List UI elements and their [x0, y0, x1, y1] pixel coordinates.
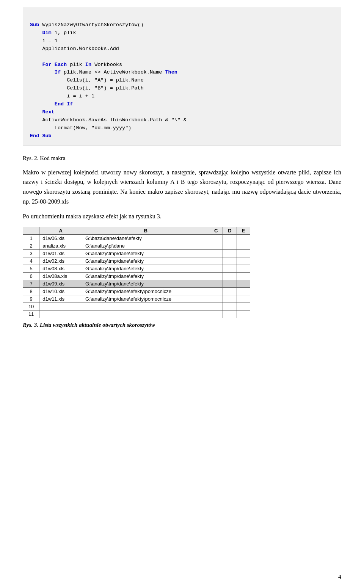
- code-line-11: Next: [42, 109, 54, 115]
- table-cell: d1w01.xls: [39, 249, 82, 257]
- table-cell: G:\analizy\tmp\dane\efekty\pomocnicze: [82, 295, 209, 303]
- table-row: 8d1w10.xlsG:\analizy\tmp\dane\efekty\pom…: [23, 287, 250, 295]
- code-line-3: i = 1: [42, 38, 58, 44]
- table-cell: 8: [23, 287, 39, 295]
- table-cell: [209, 272, 223, 280]
- table-cell: [237, 249, 250, 257]
- table-cell: d1w10.xls: [39, 287, 82, 295]
- table-cell: [223, 310, 237, 318]
- table-row: 9d1w11.xlsG:\analizy\tmp\dane\efekty\pom…: [23, 295, 250, 303]
- table-cell: [209, 249, 223, 257]
- table-row: 11: [23, 310, 250, 318]
- table-cell: [209, 295, 223, 303]
- table-cell: [223, 257, 237, 265]
- data-table: A B C D E 1d1w06.xlsG:\baza\dane\dane\ef…: [23, 227, 250, 318]
- table-row: 2analiza.xlsG:\analizy\pl\dane: [23, 242, 250, 249]
- table-cell: [237, 265, 250, 272]
- table-cell: G:\baza\dane\dane\efekty: [82, 234, 209, 242]
- code-line-7: Cells(i, "A") = plik.Name: [67, 77, 144, 83]
- table-cell: G:\analizy\pl\dane: [82, 242, 209, 249]
- table-row: 7d1w09.xlsG:\analizy\tmp\dane\efekty: [23, 280, 250, 287]
- table-row: 6d1w08a.xlsG:\analizy\tmp\dane\efekty: [23, 272, 250, 280]
- table-cell: [237, 295, 250, 303]
- table-cell: [82, 303, 209, 310]
- code-block: Sub WypiszNazwyOtwartychSkoroszytów() Di…: [23, 8, 341, 146]
- table-cell: 9: [23, 295, 39, 303]
- table-row: 4d1w02.xlsG:\analizy\tmp\dane\efekty: [23, 257, 250, 265]
- table-cell: [237, 257, 250, 265]
- table-cell: [237, 303, 250, 310]
- table-cell: 7: [23, 280, 39, 287]
- code-line-1: Sub WypiszNazwyOtwartychSkoroszytów(): [30, 22, 144, 28]
- table-cell: G:\analizy\tmp\dane\efekty: [82, 249, 209, 257]
- table-cell: d1w08.xls: [39, 265, 82, 272]
- table-cell: [223, 272, 237, 280]
- table-cell: G:\analizy\tmp\dane\efekty: [82, 265, 209, 272]
- table-cell: [223, 249, 237, 257]
- table-cell: [223, 280, 237, 287]
- table-cell: G:\analizy\tmp\dane\efekty: [82, 257, 209, 265]
- table-cell: d1w02.xls: [39, 257, 82, 265]
- table-cell: d1w09.xls: [39, 280, 82, 287]
- code-line-5: For Each plik In Workbooks: [42, 62, 122, 67]
- code-line-4: Application.Workbooks.Add: [42, 46, 119, 52]
- table-cell: [209, 303, 223, 310]
- table-cell: [39, 310, 82, 318]
- table-cell: G:\analizy\tmp\dane\efekty\pomocnicze: [82, 287, 209, 295]
- table-cell: 5: [23, 265, 39, 272]
- table-cell: [209, 287, 223, 295]
- page-number: 4: [338, 574, 341, 580]
- table-cell: 4: [23, 257, 39, 265]
- col-header-num: [23, 227, 39, 234]
- table-cell: [209, 242, 223, 249]
- table-cell: [237, 280, 250, 287]
- table-cell: G:\analizy\tmp\dane\efekty: [82, 272, 209, 280]
- table-cell: 1: [23, 234, 39, 242]
- table-cell: [223, 242, 237, 249]
- code-line-2: Dim i, plik: [42, 30, 76, 36]
- table-cell: [223, 287, 237, 295]
- code-line-14: End Sub: [30, 133, 52, 139]
- code-line-12: ActiveWorkbook.SaveAs ThisWorkbook.Path …: [42, 117, 193, 123]
- col-header-e: E: [237, 227, 250, 234]
- table-cell: [223, 303, 237, 310]
- code-line-9: i = i + 1: [67, 93, 94, 99]
- col-header-b: B: [82, 227, 209, 234]
- table-cell: [209, 310, 223, 318]
- col-header-c: C: [209, 227, 223, 234]
- table-container: A B C D E 1d1w06.xlsG:\baza\dane\dane\ef…: [23, 227, 341, 318]
- table-cell: 11: [23, 310, 39, 318]
- table-cell: d1w11.xls: [39, 295, 82, 303]
- table-cell: G:\analizy\tmp\dane\efekty: [82, 280, 209, 287]
- table-cell: [223, 295, 237, 303]
- code-line-8: Cells(i, "B") = plik.Path: [67, 85, 144, 91]
- table-cell: [237, 272, 250, 280]
- table-cell: d1w06.xls: [39, 234, 82, 242]
- table-cell: 3: [23, 249, 39, 257]
- table-cell: 10: [23, 303, 39, 310]
- table-cell: [223, 265, 237, 272]
- table-cell: [209, 257, 223, 265]
- table-row: 10: [23, 303, 250, 310]
- table-row: 5d1w08.xlsG:\analizy\tmp\dane\efekty: [23, 265, 250, 272]
- table-cell: [39, 303, 82, 310]
- table-cell: [237, 310, 250, 318]
- table-cell: 6: [23, 272, 39, 280]
- table-cell: [82, 310, 209, 318]
- table-cell: [209, 234, 223, 242]
- table-cell: [237, 234, 250, 242]
- table-cell: [237, 242, 250, 249]
- figure-2-label: Rys. 2. Kod makra: [23, 155, 341, 162]
- paragraph-1: Makro w pierwszej kolejności utworzy now…: [23, 168, 341, 206]
- col-header-d: D: [223, 227, 237, 234]
- table-cell: 2: [23, 242, 39, 249]
- col-header-a: A: [39, 227, 82, 234]
- code-line-6: If plik.Name <> ActiveWorkbook.Name Then: [55, 69, 177, 75]
- paragraph-2: Po uruchomieniu makra uzyskasz efekt jak…: [23, 212, 341, 221]
- table-row: 3d1w01.xlsG:\analizy\tmp\dane\efekty: [23, 249, 250, 257]
- table-cell: [209, 265, 223, 272]
- table-row: 1d1w06.xlsG:\baza\dane\dane\efekty: [23, 234, 250, 242]
- table-cell: d1w08a.xls: [39, 272, 82, 280]
- figure-3-caption: Rys. 3. Lista wszystkich aktualnie otwar…: [23, 322, 341, 328]
- code-line-10: End If: [55, 101, 73, 107]
